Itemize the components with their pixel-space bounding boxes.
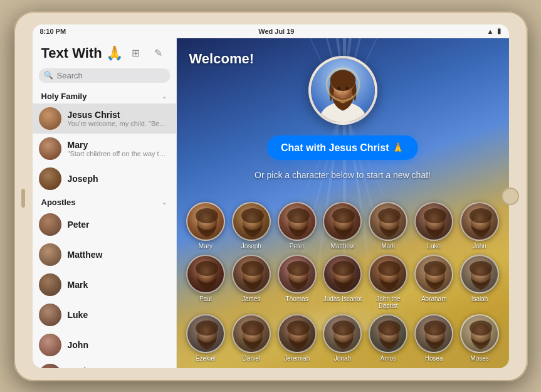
char-item-james[interactable]: James [231, 255, 271, 309]
svg-point-29 [332, 261, 355, 276]
chat-jesus-button[interactable]: Chat with Jesus Christ 🙏 [267, 135, 418, 160]
char-avatar-daniel [232, 314, 271, 353]
char-avatar-joseph [232, 202, 271, 241]
status-bar: 8:10 PM Wed Jul 19 ▲ ▮ [33, 24, 509, 38]
contact-item-joseph[interactable]: Joseph [33, 164, 176, 194]
char-item-matthew[interactable]: Matthew [322, 202, 363, 250]
svg-point-15 [332, 208, 355, 223]
contact-info-matthew: Matthew [68, 250, 170, 260]
char-name-matthew: Matthew [331, 243, 355, 250]
sidebar-grid-button[interactable]: ⊞ [127, 45, 145, 62]
char-item-judasIscariot[interactable]: Judas Iscariot [322, 255, 363, 309]
char-avatar-james [232, 255, 271, 294]
svg-point-19 [424, 208, 446, 223]
char-item-jonah[interactable]: Jonah [322, 314, 363, 362]
char-item-amos[interactable]: Amos [368, 314, 409, 362]
svg-point-17 [378, 208, 401, 223]
contact-item-jesus[interactable]: Jesus Christ You're welcome, my child. "… [33, 103, 176, 134]
char-item-moses[interactable]: Moses [460, 314, 500, 362]
char-item-peter[interactable]: Peter [276, 202, 317, 250]
char-item-johnBaptist[interactable]: John the Baptist [368, 255, 409, 309]
char-item-mark[interactable]: Mark [368, 202, 409, 250]
char-item-john[interactable]: John [460, 202, 500, 250]
char-item-luke[interactable]: Luke [414, 202, 454, 250]
char-avatar-jonah [323, 314, 362, 353]
ipad-screen: 8:10 PM Wed Jul 19 ▲ ▮ Text With 🙏 ⊞ ✎ � [33, 24, 509, 368]
sidebar-icons: ⊞ ✎ [127, 45, 167, 62]
welcome-text: Welcome! [189, 51, 255, 67]
svg-point-21 [470, 208, 492, 223]
char-avatar-peter [278, 202, 317, 241]
chevron-down-icon[interactable]: ⌄ [161, 92, 167, 100]
contact-item-john[interactable]: John [33, 330, 176, 360]
char-name-johnBaptist: John the Baptist [368, 295, 409, 309]
char-avatar-abraham [414, 255, 453, 294]
char-item-hosea[interactable]: Hosea [414, 314, 454, 362]
avatar-peter [39, 213, 61, 236]
char-avatar-thomas [278, 255, 317, 294]
sidebar-list: Holy Family ⌄ Jesus Christ You're welcom… [33, 88, 176, 368]
contact-item-luke[interactable]: Luke [33, 300, 176, 330]
contact-name-paul: Paul [68, 366, 170, 368]
svg-point-39 [241, 320, 264, 336]
battery-icon: ▮ [497, 27, 501, 35]
char-item-abraham[interactable]: Abraham [414, 255, 454, 309]
svg-point-5 [337, 87, 340, 90]
contact-info-paul: Paul "We are hard pressed on every si... [68, 366, 170, 368]
char-item-thomas[interactable]: Thomas [276, 255, 317, 309]
avatar-john [39, 334, 61, 356]
char-avatar-ezekiel [186, 314, 225, 353]
char-name-judasIscariot: Judas Iscariot [323, 295, 362, 302]
char-name-jeremiah: Jeremiah [284, 355, 310, 362]
char-name-moses: Moses [470, 355, 488, 362]
char-item-joseph[interactable]: Joseph [231, 202, 271, 250]
char-item-ezekiel[interactable]: Ezekiel [186, 314, 226, 362]
contact-name-peter: Peter [68, 220, 170, 230]
contact-preview-mary: "Start children off on the way the... [68, 150, 168, 157]
group-header-holy-family: Holy Family ⌄ [33, 88, 176, 103]
char-item-daniel[interactable]: Daniel [231, 314, 271, 362]
right-panel: Welcome! [177, 38, 509, 368]
contact-info-luke: Luke [68, 310, 170, 320]
svg-point-9 [196, 208, 218, 223]
avatar-jesus [39, 107, 61, 130]
char-item-isaiah[interactable]: Isaiah [460, 255, 500, 309]
contact-item-mark[interactable]: Mark [33, 270, 176, 300]
side-button [21, 189, 25, 208]
svg-point-37 [196, 320, 218, 336]
svg-point-49 [470, 320, 492, 336]
contact-item-peter[interactable]: Peter [33, 209, 176, 240]
contact-item-paul[interactable]: Paul "We are hard pressed on every si... [33, 360, 176, 368]
char-name-luke: Luke [427, 243, 441, 250]
contact-name-mark: Mark [68, 280, 170, 290]
char-avatar-john [460, 202, 499, 241]
home-button[interactable] [502, 188, 519, 205]
contact-info-john: John [68, 340, 170, 350]
svg-point-25 [241, 261, 264, 276]
char-item-paul[interactable]: Paul [186, 255, 226, 309]
contact-item-matthew[interactable]: Matthew [33, 240, 176, 270]
character-grid: Mary Joseph Peter [183, 202, 503, 362]
char-name-abraham: Abraham [421, 295, 447, 302]
char-avatar-jeremiah [278, 314, 317, 353]
char-item-jeremiah[interactable]: Jeremiah [276, 314, 317, 362]
sidebar-compose-button[interactable]: ✎ [150, 45, 167, 62]
chevron-down-icon-apostles[interactable]: ⌄ [161, 198, 167, 206]
char-avatar-judasIscariot [323, 255, 362, 294]
contact-info-mark: Mark [68, 280, 170, 290]
char-item-mary[interactable]: Mary [186, 202, 226, 250]
svg-point-33 [424, 261, 446, 276]
char-name-daniel: Daniel [243, 355, 260, 362]
group-label-holy-family: Holy Family [41, 92, 87, 101]
char-name-joseph: Joseph [241, 243, 261, 250]
char-avatar-matthew [323, 202, 362, 241]
contact-item-mary[interactable]: Mary "Start children off on the way the.… [33, 134, 176, 164]
char-name-hosea: Hosea [425, 355, 443, 362]
search-input[interactable] [57, 71, 165, 80]
char-avatar-mary [186, 202, 225, 241]
avatar-matthew [39, 243, 61, 266]
svg-point-31 [378, 261, 401, 276]
char-name-thomas: Thomas [286, 295, 308, 302]
char-name-ezekiel: Ezekiel [196, 355, 216, 362]
char-avatar-moses [460, 314, 499, 353]
